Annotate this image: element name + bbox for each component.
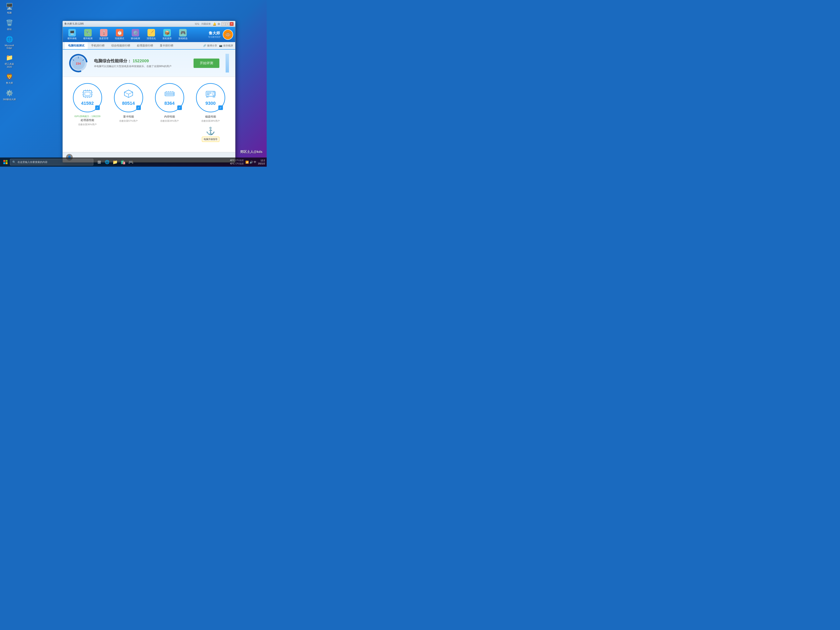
title-bar-forum-link[interactable]: 论坛 (195, 22, 199, 25)
toolbar-clean-optimize[interactable]: 🧹 清理优化 (144, 28, 158, 41)
temp-display: 40°C CPU温度 40°C CPU温度 (230, 159, 244, 165)
tab-gpu-rank[interactable]: 显卡排行榜 (156, 42, 177, 50)
tools-icon: 📁 (5, 53, 14, 62)
edge-icon-label: MicrosoftEdge (5, 44, 14, 49)
driver-detect-icon: ⚙️ (132, 29, 139, 36)
screenshot-icon: 📷 (219, 44, 222, 47)
share-weibo-btn[interactable]: 🔗 微博分享 (203, 44, 217, 47)
driver-icon-label: 360驱动大师 (3, 98, 16, 101)
memory-desc: 击败全国34%用户 (160, 119, 178, 123)
tab-pc-perf[interactable]: 电脑性能测试 (65, 42, 88, 50)
scroll-bar[interactable] (226, 54, 229, 73)
tools-icon-label: 吧工具箱2020 (5, 63, 14, 68)
perf-test-icon: ⏱️ (116, 29, 123, 36)
taskbar-folder-icon[interactable]: 📁 (112, 159, 118, 166)
desktop-icon-tools[interactable]: 📁 吧工具箱2020 (2, 53, 17, 68)
toolbar-hardware-detect[interactable]: 🔧 硬件检测 (81, 28, 95, 41)
gauge-svg: 234 (69, 54, 88, 73)
start-button[interactable] (2, 158, 9, 166)
edge-icon: 🌐 (5, 35, 14, 43)
cpu-score: 41592 (81, 101, 94, 106)
app-window: 鲁大师 5.20.1295 论坛 问题反馈 🔔 ⚙ ─ □ ✕ 🖥️ 硬件体检 … (63, 21, 235, 163)
user-avatar[interactable]: 🐵 (223, 29, 233, 40)
taskbar-clock: 12:2 2021/2 (258, 159, 265, 166)
input-method-zh: 中 (254, 160, 256, 164)
tab-overall-rank[interactable]: 综合性能排行榜 (108, 42, 134, 50)
score-gauge: 234 (69, 54, 88, 73)
taskbar-game-icon[interactable]: 🎮 (128, 159, 134, 166)
toolbar-game-select-label: 游戏精选 (178, 37, 188, 40)
upgrade-guide[interactable]: ⚓ 电脑升级指导 (200, 125, 221, 144)
score-description: 本电脑可以流畅运行大型游戏及各种发烧娱乐。击败了全国98%的用户 (94, 65, 187, 68)
desktop-icon-360driver[interactable]: ⚙️ 360驱动大师 (2, 89, 17, 101)
close-button[interactable]: ✕ (230, 22, 234, 26)
desktop-icon-recycle[interactable]: 🗑️ 收站 (2, 19, 17, 31)
taskbar-time-display: 12:2 (258, 159, 265, 162)
toolbar-temp-manage[interactable]: 🌡️ 温度管理 (96, 28, 111, 41)
toolbar-driver-detect-label: 驱动检测 (131, 37, 140, 40)
main-content: 234 电脑综合性能得分： 1522009 本电脑可以流畅运行大型游戏及各种发烧… (63, 50, 235, 162)
cpu-component: 41592 ✓ IGPU异构能力：1382239 处理器性能 击败全国36%用户 (71, 83, 104, 150)
hardware-detect-icon: 🔧 (84, 29, 92, 36)
gpu-icon (123, 90, 134, 100)
title-bar: 鲁大师 5.20.1295 论坛 问题反馈 🔔 ⚙ ─ □ ✕ (63, 21, 235, 27)
windows-logo-icon (3, 160, 8, 164)
taskbar-store-icon[interactable]: 🛍️ (120, 159, 126, 166)
cpu-icon (82, 90, 93, 100)
memory-component: 8364 ✓ 内存性能 击败全国34%用户 (153, 83, 186, 150)
memory-circle: 8364 ✓ (155, 83, 184, 112)
computer-icon-label: 电脑 (7, 11, 12, 14)
memory-name: 内存性能 (164, 115, 175, 118)
desktop-icon-edge[interactable]: 🌐 MicrosoftEdge (2, 35, 17, 49)
upgrade-label: 电脑升级指导 (202, 137, 219, 142)
svg-rect-25 (170, 93, 172, 95)
tab-cpu-rank[interactable]: 处理器排行榜 (134, 42, 156, 50)
toolbar-hardware-check[interactable]: 🖥️ 硬件体检 (65, 28, 79, 41)
disk-circle: 9300 ✓ (196, 83, 225, 112)
svg-rect-41 (6, 162, 8, 164)
svg-marker-20 (125, 90, 133, 94)
start-test-button[interactable]: 开始评测 (194, 58, 219, 68)
desktop-icons-container: 🖥️ 电脑 🗑️ 收站 🌐 MicrosoftEdge 📁 吧工具箱2020 🦁… (2, 2, 17, 101)
title-bar-controls: 论坛 问题反馈 🔔 ⚙ ─ □ ✕ (195, 22, 234, 26)
app-logo: 鲁大师 专注硬件防护 (208, 31, 221, 38)
cpu-circle: 41592 ✓ (73, 83, 102, 112)
toolbar-perf-test[interactable]: ⏱️ 性能测试 (112, 28, 127, 41)
svg-rect-22 (165, 92, 174, 96)
taskbar-task-view[interactable]: ⊞ (96, 159, 103, 166)
toolbar-perf-test-label: 性能测试 (115, 37, 124, 40)
disk-score: 9300 (205, 101, 216, 106)
taskbar: 🔍 在这里输入你要搜索的内容 ⊞ 🌐 📁 🛍️ 🎮 40°C CPU温度 40°… (0, 158, 267, 167)
taskbar-edge-icon[interactable]: 🌐 (104, 159, 111, 166)
cpu-igpu-label: IGPU异构能力：1382239 (74, 115, 100, 118)
score-section: 234 电脑综合性能得分： 1522009 本电脑可以流畅运行大型游戏及各种发烧… (63, 50, 235, 77)
toolbar-build-recommend[interactable]: 📦 装机推荐 (160, 28, 174, 41)
cpu-name: 处理器性能 (81, 118, 94, 122)
minimize-button[interactable]: ─ (221, 22, 225, 26)
tab-bar-right: 🔗 微博分享 📷 保存截屏 (203, 44, 233, 47)
save-screenshot-btn[interactable]: 📷 保存截屏 (219, 44, 233, 47)
gpu-circle: 80514 ✓ (114, 83, 143, 112)
toolbar-game-select[interactable]: 🎮 游戏精选 (175, 28, 190, 41)
cpu-desc: 击败全国36%用户 (78, 123, 96, 126)
desktop-icon-computer[interactable]: 🖥️ 电脑 (2, 2, 17, 14)
watermark: 郊区土人@kds (240, 150, 262, 154)
score-title: 电脑综合性能得分： 1522009 (94, 58, 187, 64)
disk-icon (205, 90, 216, 100)
maximize-button[interactable]: □ (226, 22, 229, 26)
toolbar-driver-detect[interactable]: ⚙️ 驱动检测 (128, 28, 143, 41)
toolbar-hardware-detect-label: 硬件检测 (83, 37, 93, 40)
svg-rect-8 (85, 92, 90, 95)
title-bar-feedback-link[interactable]: 问题反馈 (202, 22, 211, 25)
svg-rect-33 (207, 94, 209, 95)
svg-rect-32 (207, 93, 211, 93)
volume-icon: 🔊 (249, 161, 253, 164)
tab-phone-rank[interactable]: 手机排行榜 (88, 42, 108, 50)
disk-name: 磁盘性能 (205, 115, 216, 118)
taskbar-search-bar[interactable]: 🔍 在这里输入你要搜索的内容 (10, 159, 93, 166)
desktop-icon-ludashi[interactable]: 🦁 鲁大师 (2, 72, 17, 85)
notification-icon: 🔔 (213, 22, 216, 25)
svg-rect-39 (6, 160, 8, 162)
recycle-icon-label: 收站 (7, 28, 12, 31)
gpu-desc: 击败全国57%用户 (119, 119, 137, 123)
